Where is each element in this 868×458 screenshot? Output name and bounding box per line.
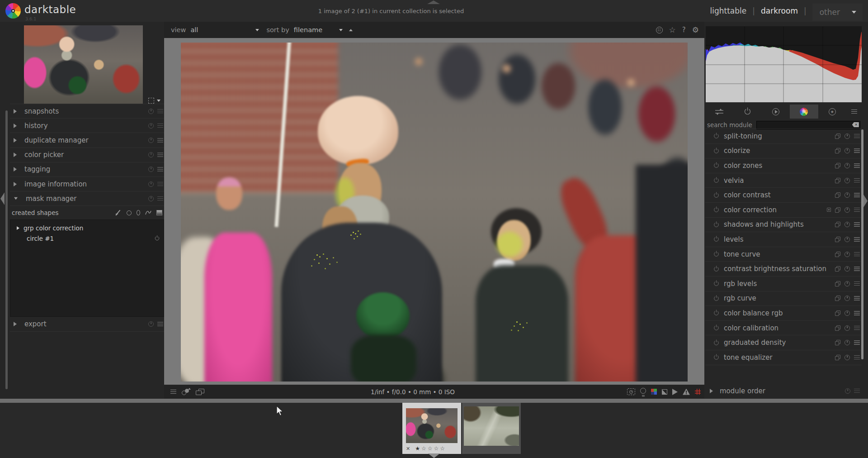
preferences-gear-icon[interactable]: ⚙ [692,26,699,34]
reset-icon[interactable] [148,152,154,157]
reset-icon[interactable] [844,281,850,286]
module-label[interactable]: levels [724,235,835,243]
power-icon[interactable] [713,134,719,139]
presets-icon[interactable] [157,124,163,128]
module-label[interactable]: color zones [724,162,835,170]
module-label[interactable]: split-toning [724,132,835,140]
module-label[interactable]: color balance rgb [724,309,835,317]
presets-icon[interactable] [854,267,860,271]
mask-shape-row[interactable]: circle #1 [10,233,164,243]
filmstrip-thumbnail-selected[interactable]: ✕ ★ ☆ ☆ ☆ ☆ [402,403,461,454]
collapse-arrow-icon[interactable] [14,197,18,200]
module-label[interactable]: colorize [724,147,835,155]
reset-icon[interactable] [844,163,850,168]
presets-icon[interactable] [854,296,860,301]
presets-icon[interactable] [854,389,860,393]
instances-icon[interactable] [835,296,840,301]
presets-icon[interactable] [157,182,163,186]
instances-icon[interactable] [835,134,840,139]
help-icon[interactable]: ? [682,27,686,33]
section-label[interactable]: image information [24,180,148,188]
expand-arrow-icon[interactable] [14,182,17,186]
reset-icon[interactable] [148,167,154,172]
presets-icon[interactable] [157,322,163,326]
thumbnail-image[interactable] [464,406,519,446]
reset-icon[interactable] [845,388,850,394]
reset-icon[interactable] [844,207,850,213]
reset-icon[interactable] [844,192,850,198]
module-label[interactable]: contrast brightness saturation [724,265,835,273]
section-tagging[interactable]: tagging [10,162,164,177]
module-row[interactable]: color zones [705,158,862,173]
power-icon[interactable] [155,236,160,241]
section-label[interactable]: snapshots [24,107,148,115]
left-panel-collapse-handle[interactable] [0,192,5,205]
tab-active-group[interactable] [733,105,761,119]
module-row[interactable]: levels [705,232,862,247]
zoom-dropdown-icon[interactable] [157,100,160,102]
reset-icon[interactable] [844,296,850,301]
module-order-label[interactable]: module order [720,387,845,395]
navigation-thumbnail[interactable] [24,25,143,104]
view-lighttable[interactable]: lighttable [710,6,746,15]
section-label[interactable]: duplicate manager [24,136,148,144]
star-icon[interactable]: ☆ [428,445,433,452]
module-label[interactable]: color correction [724,206,827,214]
module-row[interactable]: color balance rgb [705,306,862,321]
section-label[interactable]: export [24,320,148,328]
module-row-color-correction[interactable]: color correction [705,203,862,218]
reset-icon[interactable] [148,321,154,327]
presets-icon[interactable] [157,167,163,172]
power-icon[interactable] [713,340,719,345]
module-row[interactable]: color calibration [705,321,862,336]
module-row[interactable]: shadows and highlights [705,218,862,233]
power-icon[interactable] [713,266,719,272]
presets-icon[interactable] [854,208,860,212]
power-icon[interactable] [713,325,719,330]
section-color-picker[interactable]: color picker [10,148,164,162]
view-darkroom[interactable]: darkroom [761,6,798,15]
expand-arrow-icon[interactable] [14,138,17,143]
section-duplicate-manager[interactable]: duplicate manager [10,133,164,148]
darkroom-canvas[interactable] [164,38,704,385]
filmstrip-thumbnail[interactable] [462,403,521,454]
module-row[interactable]: graduated density [705,335,862,350]
presets-icon[interactable] [854,134,860,138]
module-label[interactable]: tone curve [724,250,835,258]
sort-dropdown[interactable]: filename [294,26,343,33]
section-snapshots[interactable]: snapshots [10,104,164,119]
reset-icon[interactable] [148,196,154,201]
module-row[interactable]: split-toning [705,129,862,144]
reset-icon[interactable] [844,178,850,183]
tab-base-group[interactable] [762,105,790,119]
view-other-dropdown[interactable]: other [812,4,863,21]
thumbnail-image[interactable] [406,408,458,443]
tab-active-modules[interactable] [705,105,733,119]
path-tool-icon[interactable] [145,210,151,215]
focus-peaking-icon[interactable] [627,388,635,395]
module-row[interactable]: contrast brightness saturation [705,262,862,277]
section-history[interactable]: history [10,119,164,133]
module-row[interactable]: tone equalizer [705,350,862,365]
tab-color-group[interactable] [790,105,818,119]
reset-icon[interactable] [844,252,850,257]
presets-icon[interactable] [157,138,163,143]
softproof-icon[interactable] [672,389,678,395]
histogram[interactable] [706,26,862,102]
presets-icon[interactable] [854,163,860,168]
module-label[interactable]: graduated density [724,339,835,347]
expand-arrow-icon[interactable] [14,109,17,114]
presets-icon[interactable] [854,340,860,345]
brush-tool-icon[interactable] [115,210,122,216]
instances-icon[interactable] [835,281,840,286]
expand-arrow-icon[interactable] [14,322,17,326]
module-label[interactable]: rgb levels [724,280,835,288]
instances-icon[interactable] [835,222,840,227]
power-icon[interactable] [713,177,719,183]
mask-group-label[interactable]: grp color correction [24,224,160,232]
fit-zoom-icon[interactable] [148,98,154,104]
section-label[interactable]: color picker [24,151,148,159]
presets-icon[interactable] [854,326,860,330]
instances-icon[interactable] [835,163,840,168]
ellipse-tool-icon[interactable] [137,210,140,215]
